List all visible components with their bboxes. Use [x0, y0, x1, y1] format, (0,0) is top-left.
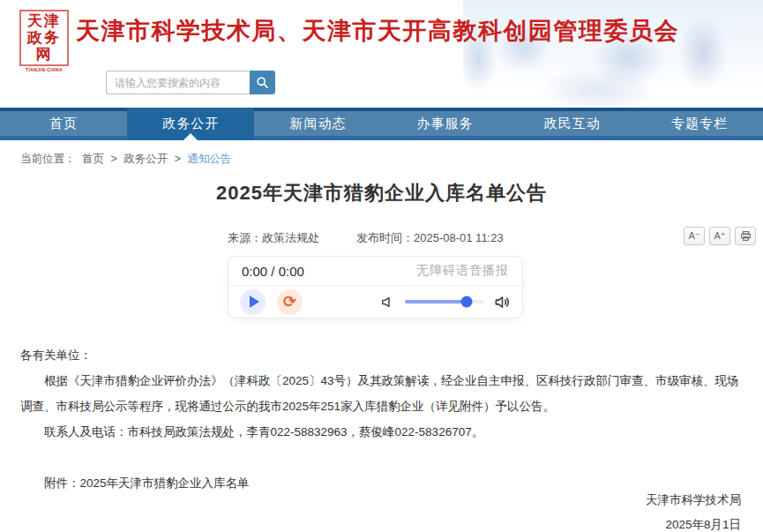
search-button[interactable]	[250, 71, 275, 94]
nav-item-services[interactable]: 办事服务	[382, 108, 509, 140]
page: 天津 政务网 TIANJIN-CHINA 天津市科学技术局、天津市天开高教科创园…	[0, 0, 763, 532]
replay-button[interactable]: ⟳	[277, 289, 303, 315]
play-icon	[250, 296, 259, 308]
audio-caption: 无障碍语音播报	[416, 263, 509, 279]
audio-player-header: 0:00 / 0:00 无障碍语音播报	[228, 257, 522, 286]
article-signature: 天津市科学技术局 2025年8月1日	[646, 488, 741, 532]
article-body: 各有关单位： 根据《天津市猎豹企业评价办法》（津科政〔2025〕43号）及其政策…	[20, 342, 744, 496]
site-header: 天津 政务网 TIANJIN-CHINA 天津市科学技术局、天津市天开高教科创园…	[0, 0, 763, 108]
article-meta: 来源：政策法规处 发布时间：2025-08-01 11:23	[228, 230, 504, 246]
article-contact: 联系人及电话：市科技局政策法规处，李青022-58832963，蔡俊峰022-5…	[20, 419, 744, 445]
signature-org: 天津市科学技术局	[646, 488, 741, 513]
article-title: 2025年天津市猎豹企业入库名单公告	[0, 180, 763, 206]
search-input[interactable]	[106, 71, 250, 94]
audio-player: 0:00 / 0:00 无障碍语音播报 ⟳	[228, 256, 523, 318]
breadcrumb-notices[interactable]: 通知公告	[188, 153, 232, 165]
logo-seal-subtext: TIANJIN-CHINA	[19, 67, 69, 72]
volume-controls	[380, 294, 511, 311]
audio-time: 0:00 / 0:00	[242, 264, 304, 279]
breadcrumb-separator: >	[110, 153, 116, 165]
volume-slider-fill	[405, 300, 467, 303]
nav-item-news[interactable]: 新闻动态	[254, 108, 381, 140]
breadcrumb-gov-info[interactable]: 政务公开	[123, 153, 168, 165]
nav-item-interaction[interactable]: 政民互动	[509, 108, 636, 140]
audio-player-controls: ⟳	[228, 286, 522, 318]
volume-slider-thumb[interactable]	[461, 296, 473, 308]
main-nav: 首页 政务公开 新闻动态 办事服务 政民互动 专题专栏	[0, 108, 763, 140]
search-bar	[106, 71, 275, 94]
print-button[interactable]	[735, 227, 756, 245]
nav-item-special[interactable]: 专题专栏	[636, 108, 763, 140]
volume-mute-icon[interactable]	[380, 295, 395, 310]
volume-max-icon[interactable]	[494, 294, 511, 311]
site-title: 天津市科学技术局、天津市天开高教科创园管理委员会	[76, 15, 679, 47]
article-publish-time: 发布时间：2025-08-01 11:23	[356, 230, 504, 246]
article-tools: A⁻ A⁺	[684, 227, 756, 245]
breadcrumb-home[interactable]: 首页	[82, 153, 104, 165]
nav-item-home[interactable]: 首页	[0, 108, 127, 140]
article-paragraph: 根据《天津市猎豹企业评价办法》（津科政〔2025〕43号）及其政策解读，经企业自…	[20, 368, 744, 419]
breadcrumb-prefix: 当前位置：	[20, 153, 76, 165]
font-increase-button[interactable]: A⁺	[709, 227, 730, 245]
main-nav-items: 首页 政务公开 新闻动态 办事服务 政民互动 专题专栏	[0, 108, 763, 140]
logo-seal-text: 天津 政务网	[19, 10, 69, 66]
article-attachment[interactable]: 附件：2025年天津市猎豹企业入库名单	[20, 470, 744, 496]
search-icon	[256, 76, 269, 89]
volume-slider[interactable]	[405, 300, 484, 303]
signature-date: 2025年8月1日	[646, 513, 741, 532]
article-source: 来源：政策法规处	[228, 230, 319, 246]
nav-item-gov-info[interactable]: 政务公开	[127, 108, 254, 140]
breadcrumb: 当前位置： 首页 > 政务公开 > 通知公告	[20, 152, 236, 167]
printer-icon	[740, 230, 752, 242]
replay-icon: ⟳	[283, 294, 296, 310]
font-decrease-button[interactable]: A⁻	[684, 227, 705, 245]
breadcrumb-separator: >	[175, 153, 181, 165]
play-button[interactable]	[240, 289, 266, 315]
article-salutation: 各有关单位：	[20, 342, 744, 368]
site-logo[interactable]: 天津 政务网 TIANJIN-CHINA	[19, 10, 69, 57]
